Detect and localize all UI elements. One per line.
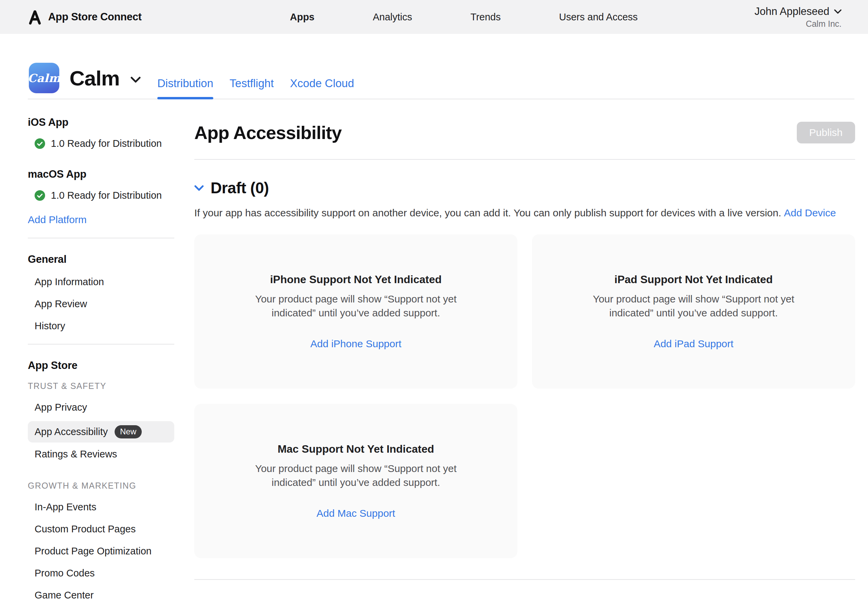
mac-support-card-title: Mac Support Not Yet Indicated: [278, 443, 434, 456]
macos-version-status-label: 1.0 Ready for Distribution: [51, 190, 162, 201]
top-navigation-bar: App Store Connect Apps Analytics Trends …: [0, 0, 868, 34]
sidebar-item-app-privacy[interactable]: App Privacy: [34, 402, 174, 413]
page-header: App Accessibility Publish: [194, 122, 855, 143]
sidebar-divider: [28, 344, 174, 344]
mac-support-card-body: Your product page will show “Support not…: [235, 462, 477, 489]
app-store-connect-logo[interactable]: App Store Connect: [27, 0, 142, 34]
sidebar: iOS App 1.0 Ready for Distribution macOS…: [28, 99, 174, 601]
new-badge: New: [115, 425, 142, 439]
empty-grid-cell: [532, 404, 855, 558]
app-switcher[interactable]: Calm Calm: [29, 63, 141, 93]
iphone-support-card: iPhone Support Not Yet Indicated Your pr…: [194, 234, 518, 389]
account-menu[interactable]: John Appleseed Calm Inc.: [755, 0, 842, 34]
sidebar-item-in-app-events[interactable]: In-App Events: [34, 502, 174, 513]
iphone-support-card-body: Your product page will show “Support not…: [235, 292, 477, 320]
nav-item-users-and-access[interactable]: Users and Access: [559, 11, 638, 23]
nav-item-apps[interactable]: Apps: [290, 11, 315, 23]
primary-nav: Apps Analytics Trends Users and Access: [290, 0, 638, 34]
sidebar-item-app-accessibility[interactable]: App Accessibility New: [28, 421, 174, 443]
sidebar-heading-app-store: App Store: [28, 360, 174, 372]
ipad-support-card-body: Your product page will show “Support not…: [573, 292, 814, 320]
sidebar-heading-ios-app: iOS App: [28, 116, 174, 129]
draft-description: If your app has accessibility support on…: [194, 207, 855, 219]
group-label-trust-safety: TRUST & SAFETY: [28, 381, 174, 391]
section-divider: [194, 579, 855, 580]
draft-section-toggle[interactable]: Draft (0): [194, 179, 269, 197]
iphone-support-card-title: iPhone Support Not Yet Indicated: [270, 273, 442, 286]
general-list: App Information App Review History: [34, 276, 174, 332]
ipad-support-card: iPad Support Not Yet Indicated Your prod…: [532, 234, 855, 389]
sidebar-item-product-page-optimization[interactable]: Product Page Optimization: [34, 545, 174, 557]
add-mac-support-link[interactable]: Add Mac Support: [317, 508, 395, 519]
accessibility-url-heading: Accessibility URL: [194, 606, 855, 609]
chevron-down-icon: [834, 9, 842, 14]
mac-support-card: Mac Support Not Yet Indicated Your produ…: [194, 404, 518, 558]
green-check-icon: [34, 190, 45, 201]
sidebar-item-app-review[interactable]: App Review: [34, 298, 174, 310]
tab-testflight[interactable]: Testflight: [229, 77, 274, 99]
sidebar-heading-general: General: [28, 253, 174, 265]
main-content: App Accessibility Publish Draft (0) If y…: [194, 99, 855, 609]
draft-section-title: Draft (0): [211, 179, 269, 197]
ipad-support-card-title: iPad Support Not Yet Indicated: [614, 273, 773, 286]
tab-distribution[interactable]: Distribution: [157, 77, 213, 99]
app-store-connect-icon: [27, 9, 43, 25]
app-header: Calm Calm Distribution Testflight Xcode …: [28, 34, 854, 99]
account-name: John Appleseed: [755, 5, 829, 18]
sidebar-item-custom-product-pages[interactable]: Custom Product Pages: [34, 524, 174, 535]
sidebar-heading-macos-app: macOS App: [28, 168, 174, 180]
brand-title: App Store Connect: [48, 11, 142, 23]
green-check-icon: [34, 138, 45, 149]
sidebar-item-promo-codes[interactable]: Promo Codes: [34, 568, 174, 579]
calm-app-icon-script: Calm: [28, 71, 60, 85]
sidebar-item-game-center[interactable]: Game Center: [34, 590, 174, 601]
add-platform-link[interactable]: Add Platform: [28, 214, 87, 226]
chevron-down-icon: [194, 185, 204, 191]
add-ipad-support-link[interactable]: Add iPad Support: [654, 338, 733, 350]
calm-app-icon: Calm: [29, 63, 59, 93]
macos-version-status[interactable]: 1.0 Ready for Distribution: [34, 190, 174, 201]
section-divider: [194, 159, 855, 160]
app-name: Calm: [70, 66, 120, 90]
nav-item-trends[interactable]: Trends: [471, 11, 501, 23]
page-title: App Accessibility: [194, 122, 342, 143]
tab-xcode-cloud[interactable]: Xcode Cloud: [290, 77, 354, 99]
publish-button[interactable]: Publish: [797, 122, 855, 143]
add-iphone-support-link[interactable]: Add iPhone Support: [310, 338, 401, 350]
ios-version-status[interactable]: 1.0 Ready for Distribution: [34, 138, 174, 149]
sidebar-item-history[interactable]: History: [34, 321, 174, 332]
draft-description-text: If your app has accessibility support on…: [194, 207, 781, 218]
sidebar-divider: [28, 238, 174, 239]
support-cards-grid: iPhone Support Not Yet Indicated Your pr…: [194, 234, 855, 558]
nav-item-analytics[interactable]: Analytics: [373, 11, 412, 23]
ios-version-status-label: 1.0 Ready for Distribution: [51, 138, 162, 149]
content-layout: iOS App 1.0 Ready for Distribution macOS…: [0, 99, 868, 609]
sidebar-item-ratings-reviews[interactable]: Ratings & Reviews: [34, 449, 174, 460]
add-device-link[interactable]: Add Device: [784, 207, 836, 218]
app-section-tabs: Distribution Testflight Xcode Cloud: [157, 77, 354, 99]
sidebar-item-app-information[interactable]: App Information: [34, 276, 174, 288]
account-organization: Calm Inc.: [806, 19, 842, 29]
group-label-growth-marketing: GROWTH & MARKETING: [28, 481, 174, 491]
chevron-down-icon: [130, 77, 141, 83]
sidebar-item-app-accessibility-label: App Accessibility: [34, 426, 108, 437]
